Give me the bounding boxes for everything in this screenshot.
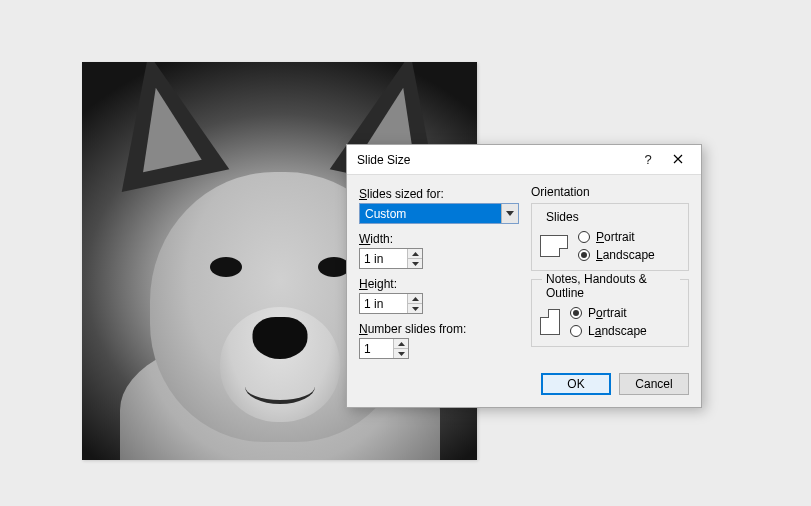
- width-spinner[interactable]: 1 in: [359, 248, 423, 269]
- radio-icon: [570, 325, 582, 337]
- slide-size-dialog: Slide Size ? Slides sized for: Custom Wi…: [346, 144, 702, 408]
- page-landscape-icon: [540, 235, 568, 257]
- height-spinner[interactable]: 1 in: [359, 293, 423, 314]
- radio-icon: [578, 249, 590, 261]
- page-portrait-icon: [540, 309, 560, 335]
- slides-portrait-label: Portrait: [596, 230, 635, 244]
- dialog-title: Slide Size: [357, 153, 633, 167]
- notes-orientation-group: Notes, Handouts & Outline Portrait Lands…: [531, 279, 689, 347]
- dialog-titlebar[interactable]: Slide Size ?: [347, 145, 701, 175]
- close-button[interactable]: [663, 149, 693, 171]
- number-from-value: 1: [360, 339, 393, 358]
- notes-landscape-radio[interactable]: Landscape: [570, 324, 647, 338]
- cancel-button[interactable]: Cancel: [619, 373, 689, 395]
- radio-icon: [570, 307, 582, 319]
- slides-landscape-radio[interactable]: Landscape: [578, 248, 655, 262]
- ok-button[interactable]: OK: [541, 373, 611, 395]
- notes-portrait-label: Portrait: [588, 306, 627, 320]
- notes-landscape-label: Landscape: [588, 324, 647, 338]
- slides-sized-for-value: Custom: [360, 204, 501, 223]
- width-value: 1 in: [360, 249, 407, 268]
- help-icon: ?: [644, 152, 651, 167]
- width-spin-down[interactable]: [408, 259, 422, 268]
- height-label: Height:: [359, 277, 517, 291]
- width-spin-up[interactable]: [408, 249, 422, 259]
- orientation-label: Orientation: [531, 185, 689, 199]
- number-spin-up[interactable]: [394, 339, 408, 349]
- close-icon: [673, 152, 683, 167]
- slides-orientation-group: Slides Portrait Landscape: [531, 203, 689, 271]
- height-spin-up[interactable]: [408, 294, 422, 304]
- slides-portrait-radio[interactable]: Portrait: [578, 230, 655, 244]
- height-value: 1 in: [360, 294, 407, 313]
- slides-landscape-label: Landscape: [596, 248, 655, 262]
- number-spin-down[interactable]: [394, 349, 408, 358]
- help-button[interactable]: ?: [633, 149, 663, 171]
- radio-icon: [578, 231, 590, 243]
- slides-group-title: Slides: [542, 210, 583, 224]
- notes-portrait-radio[interactable]: Portrait: [570, 306, 647, 320]
- number-from-spinner[interactable]: 1: [359, 338, 409, 359]
- number-from-label: Number slides from:: [359, 322, 517, 336]
- chevron-down-icon[interactable]: [501, 204, 518, 223]
- notes-group-title: Notes, Handouts & Outline: [542, 272, 680, 300]
- slides-sized-for-combo[interactable]: Custom: [359, 203, 519, 224]
- width-label: Width:: [359, 232, 517, 246]
- height-spin-down[interactable]: [408, 304, 422, 313]
- slides-sized-for-label: Slides sized for:: [359, 187, 517, 201]
